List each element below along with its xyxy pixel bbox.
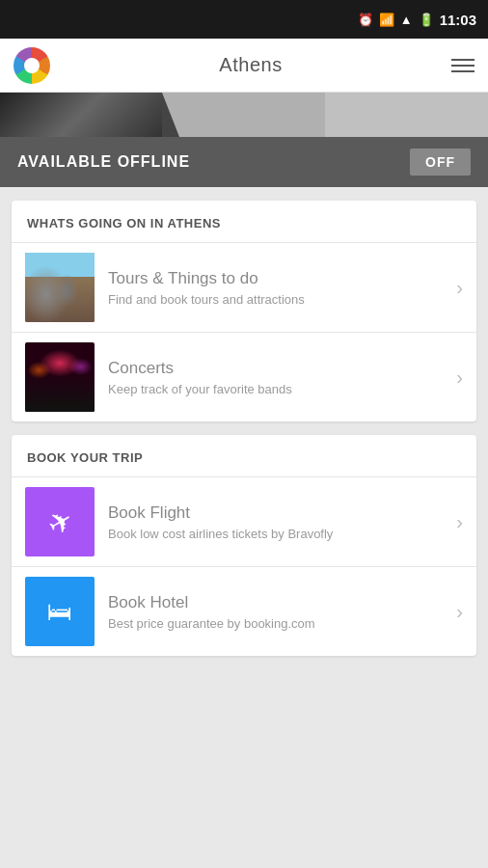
menu-button[interactable] (451, 59, 474, 72)
offline-toggle[interactable]: OFF (410, 149, 471, 176)
status-icons: ⏰ 📶 ▲ 🔋 11:03 (358, 12, 476, 28)
tours-subtitle: Find and book tours and attractions (108, 292, 448, 307)
concerts-title: Concerts (108, 359, 448, 378)
tours-title: Tours & Things to do (108, 269, 448, 288)
battery-icon: 🔋 (419, 13, 434, 27)
flight-title: Book Flight (108, 503, 448, 523)
wifi-icon: 📶 (379, 13, 394, 27)
image-strip (0, 93, 488, 137)
concerts-subtitle: Keep track of your favorite bands (108, 382, 448, 396)
header: Athens (0, 39, 488, 93)
concerts-thumbnail (25, 342, 95, 412)
concerts-item[interactable]: Concerts Keep track of your favorite ban… (12, 333, 476, 421)
concerts-content: Concerts Keep track of your favorite ban… (108, 359, 448, 396)
hotel-content: Book Hotel Best price guarantee by booki… (108, 593, 448, 631)
tours-chevron-icon: › (456, 277, 463, 299)
plane-icon: ✈ (41, 502, 78, 543)
concerts-chevron-icon: › (456, 366, 463, 389)
flight-thumbnail: ✈ (25, 487, 95, 556)
status-time: 11:03 (440, 12, 476, 28)
signal-icon: ▲ (400, 13, 413, 27)
status-bar: ⏰ 📶 ▲ 🔋 11:03 (0, 0, 488, 39)
hamburger-line-1 (451, 59, 474, 61)
hotel-item[interactable]: 🛏 Book Hotel Best price guarantee by boo… (12, 567, 476, 656)
hotel-thumbnail: 🛏 (25, 577, 95, 646)
image-cell-2[interactable] (162, 93, 325, 137)
offline-banner: AVAILABLE OFFLINE OFF (0, 137, 488, 187)
hotel-subtitle: Best price guarantee by booking.com (108, 616, 448, 631)
flight-item[interactable]: ✈ Book Flight Book low cost airlines tic… (12, 477, 476, 566)
book-trip-title: BOOK YOUR TRIP (12, 450, 476, 476)
hamburger-line-2 (451, 65, 474, 67)
whats-going-on-card: WHATS GOING ON IN ATHENS Tours & Things … (12, 201, 476, 421)
tours-item[interactable]: Tours & Things to do Find and book tours… (12, 243, 476, 332)
flight-chevron-icon: › (456, 511, 463, 533)
image-cell-3[interactable] (325, 93, 488, 137)
hamburger-line-3 (451, 70, 474, 72)
flight-subtitle: Book low cost airlines tickets by Bravof… (108, 527, 448, 541)
tours-content: Tours & Things to do Find and book tours… (108, 269, 448, 307)
crowd-silhouette (25, 383, 95, 412)
book-trip-card: BOOK YOUR TRIP ✈ Book Flight Book low co… (12, 435, 476, 656)
page-title: Athens (219, 54, 282, 76)
tours-thumbnail (25, 253, 95, 322)
main-content: WHATS GOING ON IN ATHENS Tours & Things … (0, 187, 488, 669)
image-cell-1[interactable] (0, 93, 162, 137)
app-logo[interactable] (14, 47, 50, 84)
hotel-chevron-icon: › (456, 601, 463, 623)
alarm-icon: ⏰ (358, 13, 373, 27)
hotel-icon: 🛏 (47, 597, 72, 627)
whats-going-on-title: WHATS GOING ON IN ATHENS (12, 216, 476, 242)
flight-content: Book Flight Book low cost airlines ticke… (108, 503, 448, 541)
hotel-title: Book Hotel (108, 593, 448, 612)
offline-label: AVAILABLE OFFLINE (17, 153, 190, 171)
